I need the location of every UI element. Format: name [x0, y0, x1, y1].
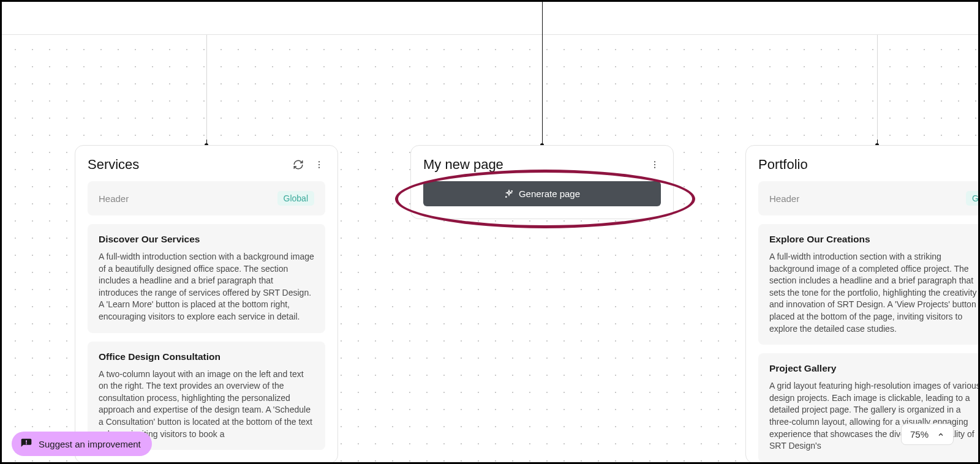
svg-point-7	[506, 196, 507, 197]
suggest-improvement-button[interactable]: Suggest an improvement	[12, 432, 152, 456]
generate-page-button[interactable]: Generate page	[423, 181, 661, 206]
global-badge: Global	[277, 191, 314, 206]
header-label: Header	[769, 193, 799, 204]
feedback-icon	[20, 438, 32, 450]
card-services[interactable]: Services Header Global Discover Our Serv…	[75, 145, 338, 463]
svg-point-5	[654, 167, 655, 168]
center-divider	[542, 2, 543, 35]
header-label: Header	[99, 193, 129, 204]
global-badge: G	[966, 191, 980, 206]
svg-rect-8	[26, 440, 27, 443]
section-desc: A two-column layout with an image on the…	[99, 369, 314, 441]
more-vertical-icon[interactable]	[313, 159, 325, 171]
svg-point-2	[318, 167, 320, 168]
svg-point-3	[654, 161, 655, 162]
svg-point-6	[511, 190, 512, 191]
chevron-up-icon[interactable]	[937, 431, 944, 438]
refresh-icon[interactable]	[292, 159, 304, 171]
zoom-level: 75%	[910, 429, 929, 440]
svg-point-4	[654, 164, 655, 165]
section-desc: A full-width introduction section with a…	[769, 251, 980, 335]
top-bar	[2, 2, 978, 35]
section-title: Project Gallery	[769, 363, 980, 374]
svg-point-1	[318, 164, 320, 165]
frame-border-right	[877, 35, 878, 145]
section-explore-creations[interactable]: Explore Our Creations A full-width intro…	[758, 224, 980, 345]
connector-newpage	[542, 35, 543, 145]
suggest-label: Suggest an improvement	[39, 439, 141, 449]
section-desc: A full-width introduction section with a…	[99, 251, 314, 323]
sparkle-icon	[504, 189, 514, 199]
card-title-newpage: My new page	[423, 157, 503, 173]
generate-label: Generate page	[519, 189, 580, 199]
svg-rect-9	[26, 443, 27, 444]
section-discover-services[interactable]: Discover Our Services A full-width intro…	[88, 224, 325, 333]
svg-point-0	[318, 161, 320, 162]
section-project-gallery[interactable]: Project Gallery A grid layout featuring …	[758, 353, 980, 462]
zoom-control[interactable]: 75%	[901, 424, 954, 445]
section-title: Discover Our Services	[99, 234, 314, 245]
card-title-portfolio: Portfolio	[758, 157, 808, 173]
section-title: Office Design Consultation	[99, 351, 314, 362]
card-new-page[interactable]: My new page Generate page	[410, 145, 674, 219]
header-section-portfolio[interactable]: Header G	[758, 181, 980, 215]
more-vertical-icon[interactable]	[649, 159, 661, 171]
section-title: Explore Our Creations	[769, 234, 980, 245]
header-section-services[interactable]: Header Global	[88, 181, 325, 215]
card-title-services: Services	[88, 157, 139, 173]
card-portfolio[interactable]: Portfolio Header G Explore Our Creations…	[745, 145, 980, 463]
frame-border-left	[206, 35, 207, 145]
